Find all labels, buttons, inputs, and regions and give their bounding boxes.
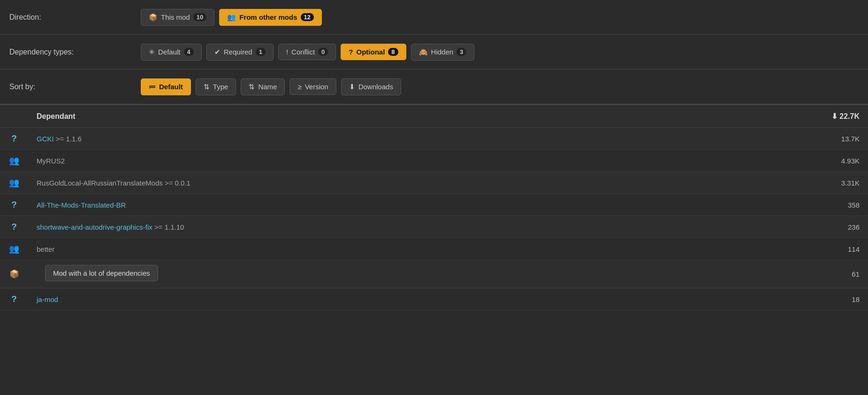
direction-row: Direction: 📦 This mod 10 👥 From other mo… bbox=[0, 0, 868, 35]
row-downloads-cell: 236 bbox=[693, 216, 868, 238]
sort-version-icon: ≥ bbox=[297, 83, 301, 91]
row-downloads-cell: 4.93K bbox=[693, 150, 868, 172]
row-name-cell: better bbox=[28, 238, 693, 260]
row-icon-cell: ? bbox=[0, 288, 28, 310]
row-name-cell: Mod with a lot of dependencies bbox=[28, 260, 693, 288]
dependants-table: Dependant ⬇ 22.7K ? GCKI >= 1.1.6 13.7K … bbox=[0, 104, 868, 310]
table-row: 👥 MyRUS2 4.93K bbox=[0, 150, 868, 172]
mod-name: RusGoldLocal-AllRussianTranslateMods >= … bbox=[37, 179, 190, 187]
conflict-badge: 0 bbox=[318, 48, 328, 56]
th-downloads: ⬇ 22.7K bbox=[693, 105, 868, 128]
hidden-badge: 3 bbox=[457, 48, 466, 56]
row-downloads-cell: 18 bbox=[693, 288, 868, 310]
from-other-mods-icon: 👥 bbox=[227, 13, 236, 22]
table-row: 👥 better 114 bbox=[0, 238, 868, 260]
sort-by-label: Sort by: bbox=[9, 83, 141, 91]
row-name-cell: All-The-Mods-Translated-BR bbox=[28, 194, 693, 216]
optional-icon: ? bbox=[11, 222, 17, 232]
conflict-label: Conflict bbox=[291, 48, 315, 56]
this-mod-icon: 📦 bbox=[149, 13, 158, 22]
row-icon-cell: 👥 bbox=[0, 238, 28, 260]
sort-by-controls: ≔ Default ⇅ Type ⇅ Name ≥ Version ⬇ Down… bbox=[141, 78, 401, 95]
tooltip-box: Mod with a lot of dependencies bbox=[45, 265, 158, 281]
this-mod-badge: 10 bbox=[193, 13, 206, 21]
main-container: Direction: 📦 This mod 10 👥 From other mo… bbox=[0, 0, 868, 310]
dep-type-optional-button[interactable]: ? Optional 8 bbox=[341, 44, 406, 60]
row-name-cell: shortwave-and-autodrive-graphics-fix >= … bbox=[28, 216, 693, 238]
row-icon-cell: 👥 bbox=[0, 172, 28, 194]
sort-by-row: Sort by: ≔ Default ⇅ Type ⇅ Name ≥ Versi… bbox=[0, 70, 868, 104]
row-name-cell: ja-mod bbox=[28, 288, 693, 310]
optional-icon: ? bbox=[349, 48, 353, 56]
table-row: 👥 RusGoldLocal-AllRussianTranslateMods >… bbox=[0, 172, 868, 194]
dependency-types-row: Dependency types: ✳ Default 4 ✔ Required… bbox=[0, 35, 868, 70]
required-label: Required bbox=[224, 48, 252, 56]
sort-version-button[interactable]: ≥ Version bbox=[289, 78, 336, 95]
direction-from-other-mods-button[interactable]: 👥 From other mods 12 bbox=[219, 9, 322, 26]
row-name-cell: GCKI >= 1.1.6 bbox=[28, 128, 693, 150]
sort-version-label: Version bbox=[305, 83, 328, 91]
sort-downloads-label: Downloads bbox=[358, 83, 393, 91]
row-icon: 📦 bbox=[9, 270, 19, 279]
dependency-types-label: Dependency types: bbox=[9, 48, 141, 56]
direction-controls: 📦 This mod 10 👥 From other mods 12 bbox=[141, 9, 322, 26]
table-row: ? GCKI >= 1.1.6 13.7K bbox=[0, 128, 868, 150]
mod-link[interactable]: GCKI bbox=[37, 135, 54, 143]
row-icon-cell: ? bbox=[0, 216, 28, 238]
row-downloads-cell: 13.7K bbox=[693, 128, 868, 150]
sort-default-button[interactable]: ≔ Default bbox=[141, 78, 191, 95]
direction-this-mod-button[interactable]: 📦 This mod 10 bbox=[141, 9, 214, 26]
this-mod-label: This mod bbox=[161, 13, 190, 21]
conflict-icon: ! bbox=[286, 48, 288, 56]
mod-suffix: >= 1.1.6 bbox=[54, 135, 82, 143]
table-row: ? All-The-Mods-Translated-BR 358 bbox=[0, 194, 868, 216]
table-row: ? shortwave-and-autodrive-graphics-fix >… bbox=[0, 216, 868, 238]
group-icon: 👥 bbox=[9, 244, 19, 254]
table-row: 📦 Mod with a lot of dependencies 61 bbox=[0, 260, 868, 288]
th-dependant: Dependant bbox=[28, 105, 693, 128]
hidden-label: Hidden bbox=[431, 48, 454, 56]
sort-type-icon: ⇅ bbox=[204, 83, 210, 91]
sort-name-icon: ⇅ bbox=[249, 83, 255, 91]
dep-type-required-button[interactable]: ✔ Required 1 bbox=[206, 44, 274, 61]
required-icon: ✔ bbox=[214, 48, 221, 56]
mod-link[interactable]: shortwave-and-autodrive-graphics-fix bbox=[37, 223, 152, 231]
default-icon: ✳ bbox=[149, 48, 155, 56]
sort-type-label: Type bbox=[213, 83, 228, 91]
sort-default-icon: ≔ bbox=[149, 83, 156, 91]
row-downloads-cell: 3.31K bbox=[693, 172, 868, 194]
required-badge: 1 bbox=[256, 48, 266, 56]
table-header: Dependant ⬇ 22.7K bbox=[0, 105, 868, 128]
optional-icon: ? bbox=[11, 294, 17, 304]
mod-name: better bbox=[37, 245, 54, 253]
row-icon-cell: 📦 bbox=[0, 260, 28, 288]
optional-badge: 8 bbox=[388, 48, 398, 56]
table-row: ? ja-mod 18 bbox=[0, 288, 868, 310]
dep-type-default-button[interactable]: ✳ Default 4 bbox=[141, 44, 202, 61]
mod-link[interactable]: All-The-Mods-Translated-BR bbox=[37, 201, 126, 209]
sort-name-label: Name bbox=[258, 83, 277, 91]
dep-type-conflict-button[interactable]: ! Conflict 0 bbox=[278, 44, 336, 60]
sort-name-button[interactable]: ⇅ Name bbox=[241, 78, 285, 95]
mod-link[interactable]: ja-mod bbox=[37, 295, 58, 303]
dep-type-hidden-button[interactable]: 🙈 Hidden 3 bbox=[411, 44, 475, 61]
sort-type-button[interactable]: ⇅ Type bbox=[196, 78, 236, 95]
sort-default-label: Default bbox=[159, 83, 183, 91]
sort-downloads-button[interactable]: ⬇ Downloads bbox=[341, 78, 401, 95]
row-name-cell: RusGoldLocal-AllRussianTranslateMods >= … bbox=[28, 172, 693, 194]
row-downloads-cell: 114 bbox=[693, 238, 868, 260]
row-downloads-cell: 61 bbox=[693, 260, 868, 288]
mod-suffix: >= 1.1.10 bbox=[152, 223, 184, 231]
group-icon: 👥 bbox=[9, 178, 19, 187]
hidden-icon: 🙈 bbox=[419, 48, 428, 56]
optional-icon: ? bbox=[11, 200, 17, 209]
group-icon: 👥 bbox=[9, 156, 19, 165]
default-badge: 4 bbox=[184, 48, 194, 56]
row-icon-cell: ? bbox=[0, 194, 28, 216]
direction-label: Direction: bbox=[9, 13, 141, 22]
from-other-mods-label: From other mods bbox=[239, 13, 297, 21]
row-downloads-cell: 358 bbox=[693, 194, 868, 216]
from-other-mods-badge: 12 bbox=[301, 13, 314, 21]
row-icon-cell: ? bbox=[0, 128, 28, 150]
default-label: Default bbox=[158, 48, 181, 56]
